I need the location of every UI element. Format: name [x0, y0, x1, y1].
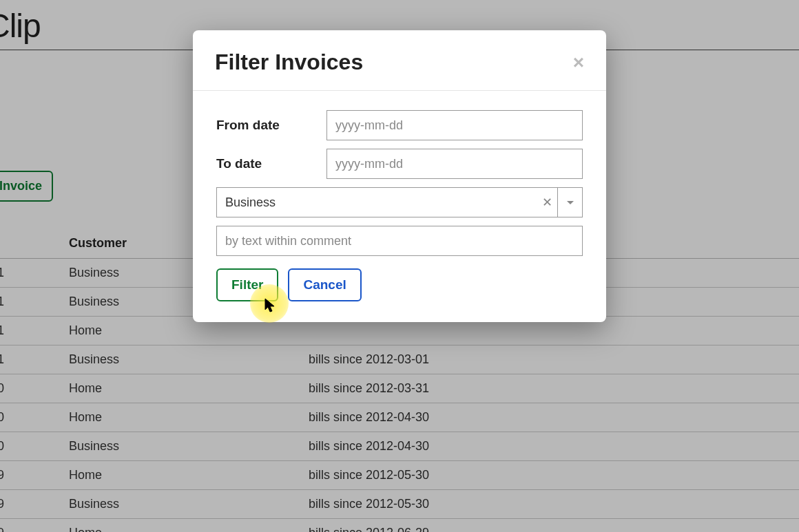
- modal-header: Filter Invoices ×: [193, 30, 606, 91]
- clear-icon[interactable]: ✕: [537, 188, 557, 217]
- to-date-input[interactable]: [326, 149, 583, 179]
- filter-button[interactable]: Filter: [216, 268, 278, 301]
- customer-select[interactable]: Business ✕: [216, 187, 583, 217]
- from-date-input[interactable]: [326, 110, 583, 140]
- modal-body: From date To date Business ✕ Filter Canc…: [193, 91, 606, 322]
- from-date-label: From date: [216, 118, 326, 133]
- comment-filter-input[interactable]: [216, 226, 583, 256]
- chevron-down-icon: [567, 201, 574, 204]
- customer-selected-value: Business: [217, 188, 537, 217]
- cancel-button[interactable]: Cancel: [288, 268, 361, 301]
- modal-title: Filter Invoices: [215, 50, 363, 75]
- from-date-row: From date: [216, 110, 583, 140]
- dropdown-toggle[interactable]: [557, 188, 582, 217]
- close-icon[interactable]: ×: [573, 53, 584, 72]
- to-date-row: To date: [216, 149, 583, 179]
- modal-buttons: Filter Cancel: [216, 268, 583, 301]
- filter-invoices-modal: Filter Invoices × From date To date Busi…: [193, 30, 606, 322]
- to-date-label: To date: [216, 156, 326, 171]
